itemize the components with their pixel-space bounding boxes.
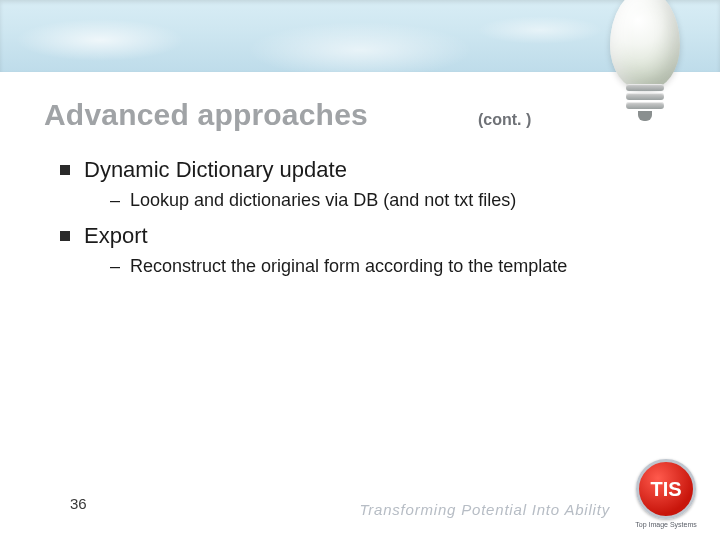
bullet-level2: – Lookup and dictionaries via DB (and no… <box>110 189 660 212</box>
dash-bullet-icon: – <box>110 189 120 212</box>
logo-badge: TIS <box>636 459 696 519</box>
bullet-text: Export <box>84 222 148 251</box>
bullet-text: Dynamic Dictionary update <box>84 156 347 185</box>
bullet-level2: – Reconstruct the original form accordin… <box>110 255 660 278</box>
title-row: Advanced approaches (cont. ) <box>44 98 676 132</box>
footer-tagline: Transforming Potential Into Ability <box>359 501 610 518</box>
square-bullet-icon <box>60 231 70 241</box>
page-number: 36 <box>70 495 87 512</box>
company-logo: TIS Top Image Systems <box>634 459 698 528</box>
continuation-label: (cont. ) <box>478 111 531 129</box>
logo-subtitle: Top Image Systems <box>634 521 698 528</box>
logo-initials: TIS <box>650 478 681 501</box>
dash-bullet-icon: – <box>110 255 120 278</box>
bullet-level1: Export <box>60 222 660 251</box>
bullet-level1: Dynamic Dictionary update <box>60 156 660 185</box>
slide-title: Advanced approaches <box>44 98 368 132</box>
sub-bullet-text: Lookup and dictionaries via DB (and not … <box>130 189 516 212</box>
slide: Advanced approaches (cont. ) Dynamic Dic… <box>0 0 720 540</box>
square-bullet-icon <box>60 165 70 175</box>
sub-bullet-text: Reconstruct the original form according … <box>130 255 567 278</box>
slide-body: Dynamic Dictionary update – Lookup and d… <box>60 150 660 288</box>
